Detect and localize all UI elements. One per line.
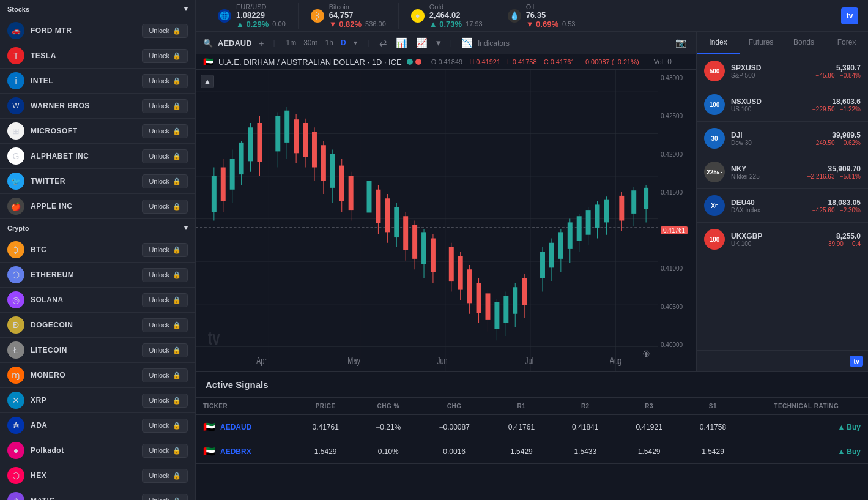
sidebar-item-twitter[interactable]: 🐦 TWITTER Unlock 🔒 — [0, 169, 195, 194]
ltc-unlock-btn[interactable]: Unlock 🔒 — [142, 343, 188, 357]
apple-name: APPLE INC — [31, 202, 136, 211]
ada-unlock-btn[interactable]: Unlock 🔒 — [142, 419, 188, 433]
row-cell-6: 1.5429 — [681, 439, 744, 464]
chart-canvas: Apr May Jun Jul Aug tv 👁 0.43000 0.42500… — [196, 70, 696, 371]
nsx-change: −229.50 −1.22% — [812, 106, 861, 113]
gold-ticker-info: Gold 2,464.02 ▲ 0.73% 17.93 — [429, 3, 483, 29]
ticker-bitcoin[interactable]: ₿ Bitcoin 64,757 ▼ 0.82% 536.00 — [299, 3, 399, 29]
chart-style-dropdown[interactable]: ▾ — [434, 35, 443, 50]
screenshot-btn[interactable]: 📷 — [673, 35, 689, 50]
index-tabs: IndexFuturesBondsForex — [697, 32, 868, 54]
chart-title: 🇦🇪 U.A.E. DIRHAM / AUSTRALIAN DOLLAR · 1… — [203, 57, 421, 67]
btc-unlock-btn[interactable]: Unlock 🔒 — [142, 243, 188, 257]
warner-unlock-btn[interactable]: Unlock 🔒 — [142, 99, 188, 113]
sidebar-item-matic[interactable]: ◈ MATIC Unlock 🔒 — [0, 488, 195, 500]
crypto-section-header[interactable]: Crypto ▾ — [0, 219, 195, 237]
timeframe-dropdown[interactable]: ▾ — [350, 37, 361, 49]
lock-icon: 🔒 — [172, 177, 181, 185]
sol-icon: ◎ — [7, 291, 24, 308]
timeframe-1h[interactable]: 1h — [322, 37, 337, 49]
ukxgbp-name: UKXGBP — [731, 232, 818, 241]
row-cell-3: 1.5429 — [489, 439, 553, 464]
timeframe-buttons: 1m30m1hD▾ — [283, 37, 361, 49]
index-item-ukxgbp[interactable]: 100 UKXGBP UK 100 8,255.0 −39.90 −0.4 — [697, 223, 868, 256]
ticker-oil[interactable]: 💧 Oil 76.35 ▼ 0.69% 0.53 — [495, 3, 588, 29]
compare-btn[interactable]: ⇄ — [377, 35, 389, 50]
intel-unlock-btn[interactable]: Unlock 🔒 — [142, 74, 188, 88]
svg-rect-62 — [458, 256, 463, 290]
sidebar: Stocks ▾ 🚗 FORD MTR Unlock 🔒 T TESLA Unl… — [0, 0, 196, 500]
nsx-price: 18,603.6 — [812, 97, 861, 106]
apple-unlock-btn[interactable]: Unlock 🔒 — [142, 200, 188, 214]
sidebar-item-btc[interactable]: ₿ BTC Unlock 🔒 — [0, 237, 195, 263]
index-item-nky[interactable]: 225E • NKY Nikkei 225 35,909.70 −2,216.6… — [697, 155, 868, 189]
col-r2: R2 — [554, 398, 617, 415]
dot-unlock-btn[interactable]: Unlock 🔒 — [142, 444, 188, 458]
chart-up-btn[interactable]: ▲ — [201, 75, 214, 88]
index-tab-futures[interactable]: Futures — [740, 32, 782, 54]
index-item-nsx[interactable]: 100 NSXUSD US 100 18,603.6 −229.50 −1.22… — [697, 88, 868, 122]
add-symbol-btn[interactable]: + — [257, 36, 266, 50]
svg-text:Jun: Jun — [437, 356, 448, 366]
index-item-dji[interactable]: 30 DJI Dow 30 39,989.5 −249.50 −0.62% — [697, 122, 868, 155]
sidebar-item-ltc[interactable]: Ł LITECOIN Unlock 🔒 — [0, 338, 195, 363]
lock-icon: 🔒 — [172, 271, 181, 279]
svg-text:Aug: Aug — [610, 356, 621, 366]
dji-values: 39,989.5 −249.50 −0.62% — [812, 131, 861, 146]
sidebar-item-ada[interactable]: ₳ ADA Unlock 🔒 — [0, 413, 195, 438]
index-item-deu40[interactable]: XE DEU40 DAX Index 18,083.05 −425.60 −2.… — [697, 189, 868, 223]
svg-rect-94 — [619, 196, 624, 221]
indicators-btn[interactable]: 📉 Indicators — [459, 35, 511, 50]
row-ticker-AEDBRX[interactable]: 🇦🇪AEDBRX — [196, 439, 294, 464]
eth-unlock-btn[interactable]: Unlock 🔒 — [142, 268, 188, 282]
unlock-label: Unlock — [149, 321, 169, 329]
doge-unlock-btn[interactable]: Unlock 🔒 — [142, 318, 188, 332]
chart-style-btn[interactable]: 📈 — [414, 35, 429, 50]
sidebar-item-doge[interactable]: Ð DOGECOIN Unlock 🔒 — [0, 313, 195, 338]
sidebar-item-eth[interactable]: ⬡ ETHEREUM Unlock 🔒 — [0, 263, 195, 288]
index-tab-forex[interactable]: Forex — [825, 32, 868, 54]
sidebar-item-dot[interactable]: ● Polkadot Unlock 🔒 — [0, 438, 195, 463]
sidebar-item-alphabet[interactable]: G ALPHABET INC Unlock 🔒 — [0, 144, 195, 169]
hex-unlock-btn[interactable]: Unlock 🔒 — [142, 469, 188, 483]
row-cell-4: 0.41841 — [554, 415, 617, 439]
index-list: 500 SPXUSD S&P 500 5,390.7 −45.80 −0.84%… — [697, 54, 868, 350]
alphabet-unlock-btn[interactable]: Unlock 🔒 — [142, 149, 188, 163]
index-item-spx[interactable]: 500 SPXUSD S&P 500 5,390.7 −45.80 −0.84% — [697, 54, 868, 88]
sidebar-item-intel[interactable]: i INTEL Unlock 🔒 — [0, 69, 195, 94]
index-tab-index[interactable]: Index — [697, 32, 740, 54]
lock-icon: 🔒 — [172, 422, 181, 430]
row-ticker-AEDAUD[interactable]: 🇦🇪AEDAUD — [196, 415, 294, 439]
sidebar-item-warner[interactable]: W WARNER BROS Unlock 🔒 — [0, 94, 195, 119]
ticker-eurusd[interactable]: 🌐 EUR/USD 1.08229 ▲ 0.29% 0.00 — [206, 3, 299, 29]
row-cell-0: 1.5429 — [294, 439, 357, 464]
chart-type-btn[interactable]: 📊 — [394, 35, 409, 50]
sidebar-item-ford[interactable]: 🚗 FORD MTR Unlock 🔒 — [0, 18, 195, 43]
sidebar-item-xrp[interactable]: ✕ XRP Unlock 🔒 — [0, 388, 195, 413]
sol-unlock-btn[interactable]: Unlock 🔒 — [142, 293, 188, 307]
xmr-unlock-btn[interactable]: Unlock 🔒 — [142, 368, 188, 382]
index-tab-bonds[interactable]: Bonds — [782, 32, 825, 54]
sidebar-item-sol[interactable]: ◎ SOLANA Unlock 🔒 — [0, 288, 195, 313]
sidebar-item-tesla[interactable]: T TESLA Unlock 🔒 — [0, 43, 195, 69]
timeframe-1m[interactable]: 1m — [283, 37, 300, 49]
ticker-gold[interactable]: ● Gold 2,464.02 ▲ 0.73% 17.93 — [399, 3, 495, 29]
sidebar-item-apple[interactable]: 🍎 APPLE INC Unlock 🔒 — [0, 194, 195, 219]
ukxgbp-subname: UK 100 — [731, 241, 818, 247]
svg-rect-76 — [522, 278, 527, 305]
chart-symbol[interactable]: AEDAUD — [218, 39, 252, 48]
sidebar-item-xmr[interactable]: ɱ MONERO Unlock 🔒 — [0, 363, 195, 388]
twitter-unlock-btn[interactable]: Unlock 🔒 — [142, 174, 188, 188]
timeframe-D[interactable]: D — [337, 37, 350, 49]
sidebar-item-microsoft[interactable]: ⊞ MICROSOFT Unlock 🔒 — [0, 119, 195, 144]
timeframe-30m[interactable]: 30m — [300, 37, 321, 49]
sidebar-item-hex[interactable]: ⬡ HEX Unlock 🔒 — [0, 463, 195, 488]
col-chg-%: CHG % — [357, 398, 419, 415]
stocks-section-header[interactable]: Stocks ▾ — [0, 0, 195, 18]
xrp-unlock-btn[interactable]: Unlock 🔒 — [142, 394, 188, 408]
matic-unlock-btn[interactable]: Unlock 🔒 — [142, 494, 188, 501]
microsoft-unlock-btn[interactable]: Unlock 🔒 — [142, 124, 188, 138]
ford-unlock-btn[interactable]: Unlock 🔒 — [142, 24, 188, 38]
tesla-unlock-btn[interactable]: Unlock 🔒 — [142, 49, 188, 63]
microsoft-icon: ⊞ — [7, 122, 24, 140]
